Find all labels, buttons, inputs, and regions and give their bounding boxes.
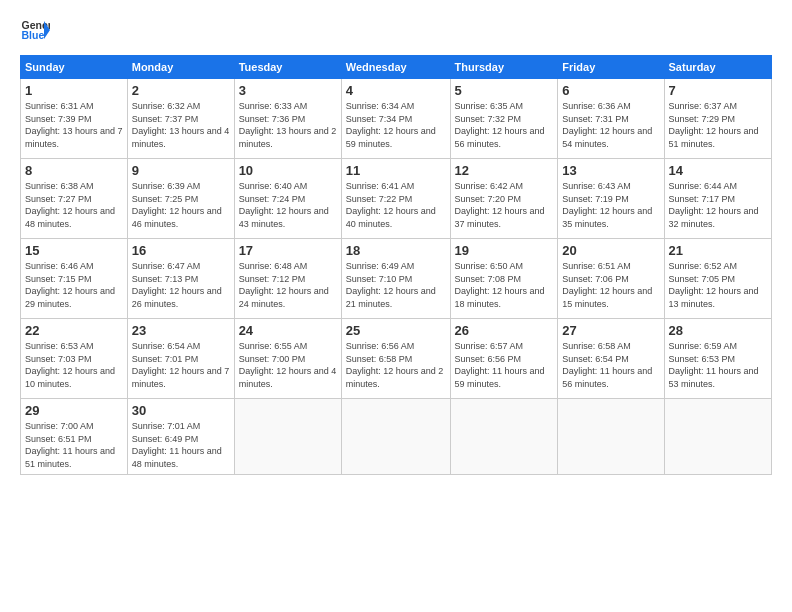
calendar-cell: 1 Sunrise: 6:31 AM Sunset: 7:39 PM Dayli…: [21, 79, 128, 159]
svg-text:Blue: Blue: [22, 29, 45, 41]
day-info: Sunrise: 6:43 AM Sunset: 7:19 PM Dayligh…: [562, 180, 659, 230]
calendar-cell: 21 Sunrise: 6:52 AM Sunset: 7:05 PM Dayl…: [664, 239, 771, 319]
calendar-cell: [664, 399, 771, 475]
day-number: 22: [25, 323, 123, 338]
day-info: Sunrise: 6:33 AM Sunset: 7:36 PM Dayligh…: [239, 100, 337, 150]
calendar-cell: [558, 399, 664, 475]
day-number: 4: [346, 83, 446, 98]
calendar-cell: 28 Sunrise: 6:59 AM Sunset: 6:53 PM Dayl…: [664, 319, 771, 399]
weekday-header-wednesday: Wednesday: [341, 56, 450, 79]
calendar-cell: 17 Sunrise: 6:48 AM Sunset: 7:12 PM Dayl…: [234, 239, 341, 319]
calendar-cell: 7 Sunrise: 6:37 AM Sunset: 7:29 PM Dayli…: [664, 79, 771, 159]
calendar-week-3: 15 Sunrise: 6:46 AM Sunset: 7:15 PM Dayl…: [21, 239, 772, 319]
day-info: Sunrise: 7:01 AM Sunset: 6:49 PM Dayligh…: [132, 420, 230, 470]
day-number: 29: [25, 403, 123, 418]
day-number: 30: [132, 403, 230, 418]
day-info: Sunrise: 6:48 AM Sunset: 7:12 PM Dayligh…: [239, 260, 337, 310]
calendar-cell: 11 Sunrise: 6:41 AM Sunset: 7:22 PM Dayl…: [341, 159, 450, 239]
logo: General Blue: [20, 15, 50, 45]
day-number: 10: [239, 163, 337, 178]
weekday-header-thursday: Thursday: [450, 56, 558, 79]
calendar-cell: 5 Sunrise: 6:35 AM Sunset: 7:32 PM Dayli…: [450, 79, 558, 159]
day-info: Sunrise: 6:50 AM Sunset: 7:08 PM Dayligh…: [455, 260, 554, 310]
day-number: 16: [132, 243, 230, 258]
day-info: Sunrise: 6:36 AM Sunset: 7:31 PM Dayligh…: [562, 100, 659, 150]
day-number: 1: [25, 83, 123, 98]
calendar-cell: 10 Sunrise: 6:40 AM Sunset: 7:24 PM Dayl…: [234, 159, 341, 239]
calendar-cell: 30 Sunrise: 7:01 AM Sunset: 6:49 PM Dayl…: [127, 399, 234, 475]
day-number: 6: [562, 83, 659, 98]
calendar-cell: 14 Sunrise: 6:44 AM Sunset: 7:17 PM Dayl…: [664, 159, 771, 239]
calendar-cell: 3 Sunrise: 6:33 AM Sunset: 7:36 PM Dayli…: [234, 79, 341, 159]
day-number: 23: [132, 323, 230, 338]
day-info: Sunrise: 7:00 AM Sunset: 6:51 PM Dayligh…: [25, 420, 123, 470]
day-number: 20: [562, 243, 659, 258]
day-info: Sunrise: 6:49 AM Sunset: 7:10 PM Dayligh…: [346, 260, 446, 310]
calendar-week-1: 1 Sunrise: 6:31 AM Sunset: 7:39 PM Dayli…: [21, 79, 772, 159]
calendar-week-4: 22 Sunrise: 6:53 AM Sunset: 7:03 PM Dayl…: [21, 319, 772, 399]
weekday-header-sunday: Sunday: [21, 56, 128, 79]
calendar-cell: 24 Sunrise: 6:55 AM Sunset: 7:00 PM Dayl…: [234, 319, 341, 399]
day-number: 17: [239, 243, 337, 258]
day-info: Sunrise: 6:59 AM Sunset: 6:53 PM Dayligh…: [669, 340, 767, 390]
calendar-cell: 9 Sunrise: 6:39 AM Sunset: 7:25 PM Dayli…: [127, 159, 234, 239]
calendar-cell: 19 Sunrise: 6:50 AM Sunset: 7:08 PM Dayl…: [450, 239, 558, 319]
day-info: Sunrise: 6:41 AM Sunset: 7:22 PM Dayligh…: [346, 180, 446, 230]
calendar-cell: [234, 399, 341, 475]
calendar-cell: 4 Sunrise: 6:34 AM Sunset: 7:34 PM Dayli…: [341, 79, 450, 159]
day-info: Sunrise: 6:38 AM Sunset: 7:27 PM Dayligh…: [25, 180, 123, 230]
logo-icon: General Blue: [20, 15, 50, 45]
calendar-cell: 15 Sunrise: 6:46 AM Sunset: 7:15 PM Dayl…: [21, 239, 128, 319]
day-info: Sunrise: 6:35 AM Sunset: 7:32 PM Dayligh…: [455, 100, 554, 150]
calendar-cell: [341, 399, 450, 475]
calendar-cell: 16 Sunrise: 6:47 AM Sunset: 7:13 PM Dayl…: [127, 239, 234, 319]
day-number: 12: [455, 163, 554, 178]
calendar-cell: 29 Sunrise: 7:00 AM Sunset: 6:51 PM Dayl…: [21, 399, 128, 475]
calendar-cell: 12 Sunrise: 6:42 AM Sunset: 7:20 PM Dayl…: [450, 159, 558, 239]
day-number: 21: [669, 243, 767, 258]
calendar-cell: [450, 399, 558, 475]
weekday-header-friday: Friday: [558, 56, 664, 79]
day-info: Sunrise: 6:39 AM Sunset: 7:25 PM Dayligh…: [132, 180, 230, 230]
day-info: Sunrise: 6:46 AM Sunset: 7:15 PM Dayligh…: [25, 260, 123, 310]
calendar-cell: 23 Sunrise: 6:54 AM Sunset: 7:01 PM Dayl…: [127, 319, 234, 399]
day-info: Sunrise: 6:56 AM Sunset: 6:58 PM Dayligh…: [346, 340, 446, 390]
day-number: 27: [562, 323, 659, 338]
calendar-cell: 26 Sunrise: 6:57 AM Sunset: 6:56 PM Dayl…: [450, 319, 558, 399]
day-number: 18: [346, 243, 446, 258]
day-number: 9: [132, 163, 230, 178]
day-info: Sunrise: 6:40 AM Sunset: 7:24 PM Dayligh…: [239, 180, 337, 230]
calendar-cell: 6 Sunrise: 6:36 AM Sunset: 7:31 PM Dayli…: [558, 79, 664, 159]
day-info: Sunrise: 6:55 AM Sunset: 7:00 PM Dayligh…: [239, 340, 337, 390]
day-info: Sunrise: 6:32 AM Sunset: 7:37 PM Dayligh…: [132, 100, 230, 150]
weekday-header-row: SundayMondayTuesdayWednesdayThursdayFrid…: [21, 56, 772, 79]
day-info: Sunrise: 6:44 AM Sunset: 7:17 PM Dayligh…: [669, 180, 767, 230]
calendar-cell: 8 Sunrise: 6:38 AM Sunset: 7:27 PM Dayli…: [21, 159, 128, 239]
day-number: 3: [239, 83, 337, 98]
day-info: Sunrise: 6:47 AM Sunset: 7:13 PM Dayligh…: [132, 260, 230, 310]
day-info: Sunrise: 6:37 AM Sunset: 7:29 PM Dayligh…: [669, 100, 767, 150]
day-number: 28: [669, 323, 767, 338]
day-info: Sunrise: 6:52 AM Sunset: 7:05 PM Dayligh…: [669, 260, 767, 310]
calendar-week-2: 8 Sunrise: 6:38 AM Sunset: 7:27 PM Dayli…: [21, 159, 772, 239]
day-number: 2: [132, 83, 230, 98]
day-number: 25: [346, 323, 446, 338]
weekday-header-monday: Monday: [127, 56, 234, 79]
day-number: 19: [455, 243, 554, 258]
day-number: 15: [25, 243, 123, 258]
calendar-cell: 13 Sunrise: 6:43 AM Sunset: 7:19 PM Dayl…: [558, 159, 664, 239]
calendar-cell: 27 Sunrise: 6:58 AM Sunset: 6:54 PM Dayl…: [558, 319, 664, 399]
calendar-cell: 18 Sunrise: 6:49 AM Sunset: 7:10 PM Dayl…: [341, 239, 450, 319]
day-info: Sunrise: 6:34 AM Sunset: 7:34 PM Dayligh…: [346, 100, 446, 150]
calendar-cell: 2 Sunrise: 6:32 AM Sunset: 7:37 PM Dayli…: [127, 79, 234, 159]
day-number: 8: [25, 163, 123, 178]
day-info: Sunrise: 6:42 AM Sunset: 7:20 PM Dayligh…: [455, 180, 554, 230]
day-number: 11: [346, 163, 446, 178]
weekday-header-saturday: Saturday: [664, 56, 771, 79]
page-header: General Blue: [20, 15, 772, 45]
calendar-table: SundayMondayTuesdayWednesdayThursdayFrid…: [20, 55, 772, 475]
calendar-body: 1 Sunrise: 6:31 AM Sunset: 7:39 PM Dayli…: [21, 79, 772, 475]
calendar-week-5: 29 Sunrise: 7:00 AM Sunset: 6:51 PM Dayl…: [21, 399, 772, 475]
day-info: Sunrise: 6:51 AM Sunset: 7:06 PM Dayligh…: [562, 260, 659, 310]
day-info: Sunrise: 6:57 AM Sunset: 6:56 PM Dayligh…: [455, 340, 554, 390]
